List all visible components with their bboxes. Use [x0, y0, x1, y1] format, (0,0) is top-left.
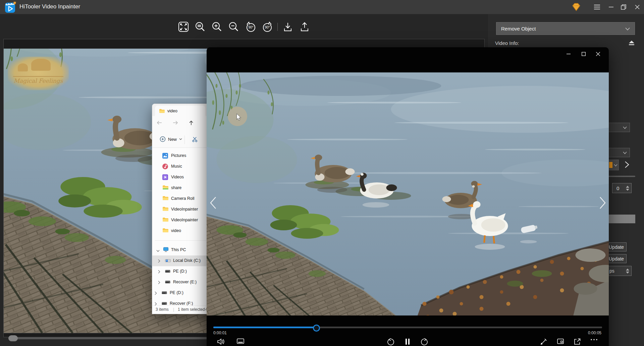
- chevron-down-icon: [623, 125, 630, 130]
- status-item-count: 3 items: [156, 307, 169, 312]
- cut-scissors-icon[interactable]: [190, 136, 200, 143]
- actual-size-button[interactable]: [194, 21, 206, 33]
- update-button-2-label: Update: [609, 256, 624, 262]
- progress-handle[interactable]: [313, 325, 320, 332]
- video-watermark: Magical Feelings: [8, 57, 69, 90]
- music-icon: [162, 164, 168, 170]
- sidebar-item-label: Recover (F:): [170, 301, 193, 306]
- chevron-down-icon: [623, 150, 630, 155]
- zoom-in-button[interactable]: [211, 21, 223, 33]
- chevron-expanded-icon[interactable]: [156, 248, 160, 253]
- app-titlebar: HiTooler Video Inpainter: [0, 0, 644, 14]
- collapse-panel-eject-icon[interactable]: [629, 40, 635, 47]
- sidebar-item-label: VideoInpainter: [171, 218, 198, 222]
- desktop-screen: HiTooler Video Inpainter: [0, 0, 644, 346]
- fit-to-screen-button[interactable]: [177, 21, 190, 33]
- app-title: HiTooler Video Inpainter: [19, 3, 80, 10]
- pause-icon[interactable]: [403, 338, 412, 346]
- rotate-right-label: 90°: [261, 21, 273, 34]
- editor-timeline-handle[interactable]: [8, 335, 18, 341]
- zoom-out-button[interactable]: [228, 21, 240, 33]
- chevron-collapsed-icon[interactable]: [158, 270, 160, 275]
- rotate-right-button[interactable]: 90°: [261, 21, 273, 33]
- chevron-collapsed-icon[interactable]: [158, 281, 160, 285]
- status-divider: |: [173, 307, 174, 312]
- explorer-tab[interactable]: video: [155, 106, 205, 116]
- watermark-divider: [13, 76, 63, 77]
- fullscreen-icon[interactable]: [573, 338, 582, 346]
- forward-arrow-icon[interactable]: [172, 120, 178, 126]
- previous-frame-arrow-icon[interactable]: [209, 196, 217, 211]
- sidebar-item-label: PE (D:): [170, 290, 183, 295]
- sidebar-item-label: Pictures: [171, 153, 186, 158]
- drive-icon: [165, 269, 170, 274]
- current-time-label: 0:00:01: [213, 331, 227, 335]
- more-options-icon[interactable]: [590, 338, 598, 346]
- watermark-elephant-silhouette: [31, 59, 51, 71]
- toolbar-separator: [277, 23, 278, 31]
- restore-button[interactable]: [618, 0, 630, 14]
- export-video-icon[interactable]: [299, 21, 311, 33]
- total-time-label: 0:00:05: [588, 331, 601, 335]
- folder-icon: [159, 109, 165, 113]
- up-arrow-icon[interactable]: [189, 120, 194, 127]
- minimize-button[interactable]: [605, 0, 617, 14]
- sidebar-item-label: Camera Roll: [171, 196, 194, 201]
- status-selected-count: 1 item selected: [178, 307, 205, 312]
- folder-icon: [162, 196, 168, 201]
- toolbar-divider: [184, 135, 185, 144]
- chevron-collapsed-icon[interactable]: [155, 291, 157, 296]
- chevron-down-icon: [614, 163, 618, 168]
- skip-forward-icon[interactable]: [420, 338, 429, 346]
- next-frame-arrow-icon[interactable]: [599, 196, 606, 211]
- next-step-arrow-button[interactable]: [622, 160, 632, 170]
- chevron-down-icon: [625, 26, 630, 32]
- edit-pencil-icon[interactable]: [539, 338, 548, 346]
- local-disk-icon: [165, 258, 171, 264]
- mouse-cursor-icon: [235, 114, 242, 122]
- close-button[interactable]: [631, 0, 643, 14]
- app-logo-icon: [5, 2, 16, 14]
- sidebar-item-label: Recover (E:): [173, 280, 197, 284]
- import-video-icon[interactable]: [282, 21, 294, 33]
- subtitles-icon[interactable]: [236, 338, 245, 346]
- rotate-left-label: 90°: [245, 21, 257, 34]
- this-pc-icon: [163, 247, 169, 253]
- drive-icon: [165, 280, 170, 285]
- back-arrow-icon[interactable]: [156, 120, 162, 126]
- mode-dropdown[interactable]: Remove Object: [496, 22, 635, 35]
- player-video-frame[interactable]: [207, 72, 609, 315]
- sidebar-item-label: share: [171, 185, 181, 190]
- watermark-deer-silhouette: [18, 63, 28, 71]
- sidebar-item-label: Local Disk (C:): [173, 258, 201, 263]
- new-button[interactable]: New: [158, 136, 184, 142]
- premium-diamond-icon[interactable]: [570, 0, 582, 14]
- new-button-label: New: [168, 137, 177, 142]
- value-spinner[interactable]: 0: [612, 183, 632, 193]
- menu-icon[interactable]: [591, 0, 603, 14]
- sidebar-item-label: Music: [171, 164, 182, 169]
- explorer-tab-title: video: [167, 109, 177, 113]
- sidebar-item-label: VideoInpainter: [171, 207, 198, 212]
- rotate-left-button[interactable]: 90°: [245, 21, 257, 33]
- sidebar-item-label: video: [171, 228, 181, 233]
- video-info-label: Video Info:: [495, 40, 519, 46]
- color-swatch: [609, 162, 612, 168]
- spinner-arrows-icon[interactable]: [626, 269, 631, 274]
- player-close-button[interactable]: [593, 50, 603, 58]
- videos-icon: [162, 174, 168, 181]
- chevron-collapsed-icon[interactable]: [158, 259, 160, 264]
- folder-icon: [162, 228, 168, 234]
- snapshot-icon[interactable]: [556, 338, 565, 346]
- player-progress-bar[interactable]: [213, 326, 602, 329]
- progress-fill: [213, 327, 317, 328]
- mode-dropdown-value: Remove Object: [501, 26, 536, 32]
- spinner-arrows-icon[interactable]: [626, 186, 631, 191]
- player-minimize-button[interactable]: [564, 50, 574, 58]
- player-maximize-button[interactable]: [579, 50, 589, 58]
- skip-back-icon[interactable]: [386, 338, 395, 346]
- volume-icon[interactable]: [217, 338, 225, 346]
- plus-circle-icon: [160, 136, 166, 142]
- video-player-window: 0:00:01 0:00:05: [207, 47, 609, 346]
- sidebar-item-label: This PC: [171, 247, 186, 252]
